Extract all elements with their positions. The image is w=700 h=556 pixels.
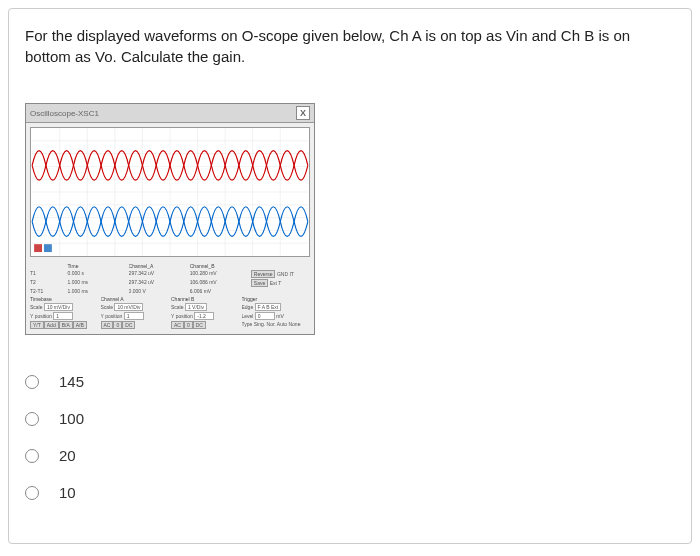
t2-time: 1.000 ms [67,279,126,287]
radio-icon[interactable] [25,412,39,426]
t2-cha: 297.342 uV [129,279,188,287]
window-title: Oscilloscope-XSC1 [30,109,296,118]
ab-button[interactable]: A/B [73,321,87,329]
answer-label: 100 [59,410,84,427]
t21-label: T2-T1 [30,288,65,294]
t1-time: 0.000 s [67,270,126,278]
scope-display [30,127,310,257]
add-button[interactable]: Add [44,321,59,329]
trigger-section: Trigger [242,296,311,302]
save-button[interactable]: Save [251,279,268,287]
chb-zero[interactable]: 0 [184,321,193,329]
cha-dc[interactable]: DC [122,321,135,329]
yt-button[interactable]: Y/T [30,321,44,329]
t1-cha: 297.342 uV [129,270,188,278]
cursor-t2-marker [44,244,52,252]
t2-chb: 106.086 mV [190,279,249,287]
tb-ypos[interactable]: 1 [53,312,73,320]
t2-label: T2 [30,279,65,287]
t1-label: T1 [30,270,65,278]
cursor-t1-marker [34,244,42,252]
reverse-button[interactable]: Reverse [251,270,276,278]
cha-zero[interactable]: 0 [113,321,122,329]
question-card: For the displayed waveforms on O-scope g… [8,8,692,544]
radio-icon[interactable] [25,449,39,463]
oscilloscope-window: Oscilloscope-XSC1 X [25,103,315,335]
col-chb: Channel_B [190,263,249,269]
waveform-svg [31,128,309,256]
ba-button[interactable]: B/A [59,321,73,329]
cha-scale[interactable]: 10 mV/Div [114,303,143,311]
t21-chb: 6.006 mV [190,288,249,294]
cha-scale-input[interactable]: 10 mV/Div [44,303,73,311]
radio-icon[interactable] [25,486,39,500]
chb-ac[interactable]: AC [171,321,184,329]
t21-time: 1.000 ms [67,288,126,294]
t1-chb: 100.280 mV [190,270,249,278]
close-icon[interactable]: X [296,106,310,120]
answer-label: 10 [59,484,76,501]
radio-icon[interactable] [25,375,39,389]
trigger-type[interactable]: Type Sing. Nor. Auto None [242,321,311,329]
answer-option[interactable]: 100 [25,400,675,437]
chb-ypos[interactable]: -1.2 [194,312,214,320]
answer-label: 145 [59,373,84,390]
answer-option[interactable]: 145 [25,363,675,400]
cha-ac[interactable]: AC [101,321,114,329]
chb-section: Channel B [171,296,240,302]
trigger-edge[interactable]: F A B Ext [255,303,282,311]
timebase-header: Timebase [30,296,99,302]
trigger-level[interactable]: 0 [255,312,275,320]
col-cha: Channel_A [129,263,188,269]
t21-cha: 0.000 V [129,288,188,294]
col-time: Time [67,263,126,269]
cha-section: Channel A [101,296,170,302]
scope-controls: Time Channel_A Channel_B T1 0.000 s 297.… [26,261,314,334]
chb-dc[interactable]: DC [193,321,206,329]
question-text: For the displayed waveforms on O-scope g… [25,25,675,67]
cha-ypos[interactable]: 1 [124,312,144,320]
answer-list: 145 100 20 10 [25,363,675,511]
window-title-bar: Oscilloscope-XSC1 X [26,104,314,123]
chb-scale[interactable]: 1 V/Div [185,303,207,311]
answer-label: 20 [59,447,76,464]
answer-option[interactable]: 10 [25,474,675,511]
answer-option[interactable]: 20 [25,437,675,474]
